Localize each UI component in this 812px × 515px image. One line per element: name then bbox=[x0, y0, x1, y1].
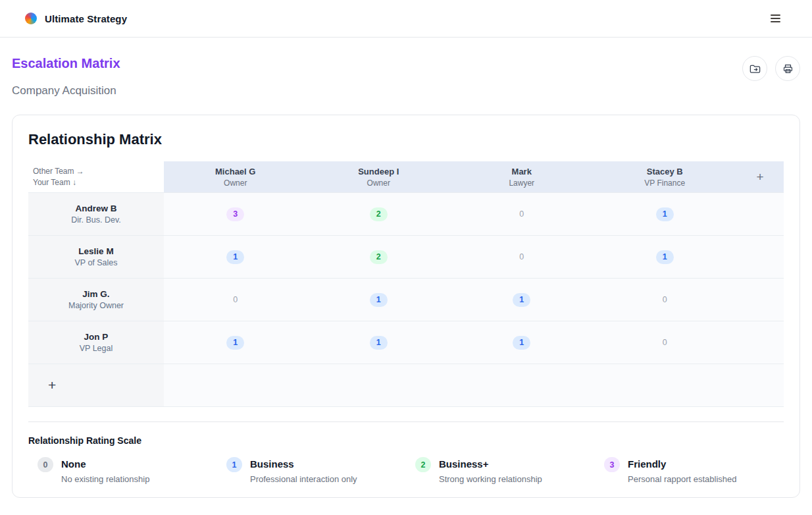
empty-cell bbox=[450, 364, 594, 407]
rating-cell[interactable]: 2 bbox=[307, 193, 451, 236]
plus-icon: + bbox=[756, 170, 763, 184]
legend-label: None bbox=[61, 456, 149, 472]
rating-badge: 2 bbox=[370, 250, 388, 264]
legend-rating-badge: 0 bbox=[38, 457, 53, 472]
legend-text: Business Professional interaction only bbox=[250, 456, 357, 484]
relationship-matrix-grid: Other Team → Your Team ↓ Michael G Owner… bbox=[28, 161, 784, 407]
legend-item: 2 Business+ Strong working relationship bbox=[406, 456, 595, 484]
rating-badge: 1 bbox=[370, 336, 388, 350]
empty-cell bbox=[736, 321, 784, 364]
empty-cell bbox=[594, 364, 737, 407]
rating-cell[interactable]: 1 bbox=[450, 279, 594, 321]
rating-cell[interactable]: 0 bbox=[164, 279, 307, 321]
rating-cell[interactable]: 1 bbox=[307, 321, 451, 364]
page-content: Escalation Matrix Company Acquisition Re… bbox=[0, 38, 812, 506]
legend-description: Personal rapport established bbox=[628, 474, 737, 484]
column-person-name: Sundeep I bbox=[358, 167, 399, 176]
add-row-button[interactable]: + bbox=[28, 364, 164, 407]
legend-label: Business+ bbox=[439, 456, 542, 472]
hamburger-menu-icon bbox=[771, 14, 780, 16]
empty-cell bbox=[736, 279, 784, 321]
row-header: Leslie M VP of Sales bbox=[28, 236, 164, 279]
header-actions bbox=[742, 56, 800, 81]
add-column-button[interactable]: + bbox=[736, 161, 784, 193]
rating-cell[interactable]: 1 bbox=[594, 193, 737, 236]
row-person-role: VP Legal bbox=[80, 344, 113, 353]
column-header: Mark Lawyer bbox=[450, 161, 594, 193]
rating-scale-legend: 0 None No existing relationship 1 Busine… bbox=[28, 456, 784, 484]
rating-cell[interactable]: 1 bbox=[164, 236, 307, 279]
column-person-role: VP Finance bbox=[644, 178, 685, 188]
column-header: Stacey B VP Finance bbox=[594, 161, 737, 193]
column-header: Sundeep I Owner bbox=[307, 161, 451, 193]
row-person-role: Majority Owner bbox=[68, 301, 124, 310]
row-person-name: Andrew B bbox=[75, 203, 116, 213]
rating-badge: 1 bbox=[370, 293, 388, 307]
legend-rating-badge: 2 bbox=[415, 457, 431, 472]
legend-rating-badge: 3 bbox=[604, 457, 620, 472]
rating-cell[interactable]: 1 bbox=[594, 236, 737, 279]
legend-item: 3 Friendly Personal rapport established bbox=[595, 456, 784, 484]
rating-cell[interactable]: 0 bbox=[594, 279, 737, 321]
rating-cell[interactable]: 1 bbox=[450, 321, 594, 364]
brand: Ultimate Strategy bbox=[25, 13, 127, 24]
export-button[interactable] bbox=[742, 56, 767, 81]
rating-cell[interactable]: 0 bbox=[450, 193, 594, 236]
legend-item: 0 None No existing relationship bbox=[28, 456, 217, 484]
printer-icon bbox=[782, 63, 794, 75]
column-person-role: Owner bbox=[224, 178, 247, 188]
legend-text: None No existing relationship bbox=[61, 456, 149, 484]
rating-badge: 1 bbox=[226, 336, 244, 350]
row-person-name: Jon P bbox=[84, 332, 109, 342]
row-person-name: Leslie M bbox=[78, 246, 113, 256]
print-button[interactable] bbox=[775, 56, 800, 81]
column-person-name: Mark bbox=[512, 167, 532, 176]
rating-badge: 0 bbox=[513, 250, 530, 264]
legend-text: Friendly Personal rapport established bbox=[628, 456, 737, 484]
row-header: Jim G. Majority Owner bbox=[28, 279, 164, 321]
rating-badge: 0 bbox=[656, 293, 674, 307]
rating-badge: 0 bbox=[226, 293, 244, 307]
rating-cell[interactable]: 3 bbox=[164, 193, 307, 236]
menu-button[interactable] bbox=[767, 11, 784, 26]
rating-badge: 1 bbox=[513, 293, 530, 307]
empty-cell bbox=[307, 364, 451, 407]
rating-badge: 1 bbox=[226, 250, 244, 264]
rating-cell[interactable]: 1 bbox=[307, 279, 451, 321]
divider bbox=[28, 421, 784, 422]
column-person-role: Lawyer bbox=[509, 178, 534, 188]
row-header: Jon P VP Legal bbox=[28, 321, 164, 364]
row-person-role: VP of Sales bbox=[74, 258, 117, 267]
empty-cell bbox=[736, 236, 784, 279]
rating-badge: 2 bbox=[370, 207, 388, 221]
row-person-name: Jim G. bbox=[82, 289, 109, 299]
rating-badge: 3 bbox=[226, 207, 244, 221]
rating-badge: 0 bbox=[656, 336, 674, 350]
column-person-name: Stacey B bbox=[647, 167, 683, 176]
page-title: Escalation Matrix bbox=[12, 56, 120, 71]
matrix-corner-cell: Other Team → Your Team ↓ bbox=[28, 161, 164, 193]
legend-title: Relationship Rating Scale bbox=[28, 435, 784, 446]
rating-cell[interactable]: 0 bbox=[594, 321, 737, 364]
rating-badge: 1 bbox=[656, 207, 674, 221]
legend-description: No existing relationship bbox=[61, 474, 149, 484]
legend-label: Friendly bbox=[628, 456, 737, 472]
page-header: Escalation Matrix Company Acquisition bbox=[12, 56, 800, 97]
matrix-title: Relationship Matrix bbox=[28, 131, 784, 148]
legend-description: Strong working relationship bbox=[439, 474, 542, 484]
row-header: Andrew B Dir. Bus. Dev. bbox=[28, 193, 164, 236]
rating-cell[interactable]: 1 bbox=[164, 321, 307, 364]
folder-export-icon bbox=[749, 63, 761, 75]
corner-other-team-label: Other Team → bbox=[33, 167, 84, 176]
rating-badge: 0 bbox=[513, 207, 530, 221]
legend-description: Professional interaction only bbox=[250, 474, 357, 484]
app-logo-icon bbox=[25, 13, 37, 24]
rating-cell[interactable]: 2 bbox=[307, 236, 451, 279]
empty-cell bbox=[164, 364, 307, 407]
empty-cell bbox=[736, 193, 784, 236]
row-person-role: Dir. Bus. Dev. bbox=[71, 215, 120, 225]
empty-cell bbox=[736, 364, 784, 407]
legend-text: Business+ Strong working relationship bbox=[439, 456, 542, 484]
rating-cell[interactable]: 0 bbox=[450, 236, 594, 279]
column-header: Michael G Owner bbox=[164, 161, 307, 193]
